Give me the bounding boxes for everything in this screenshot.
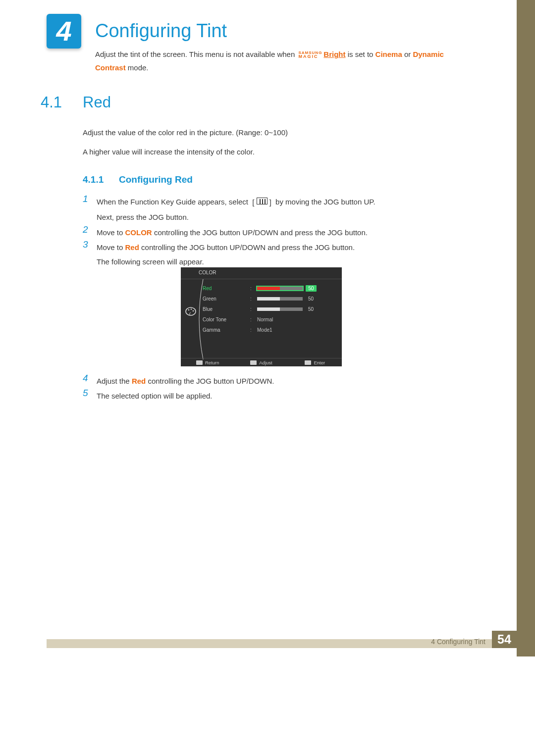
osd-row-red: Red : 50 <box>203 283 342 294</box>
palette-icon <box>185 307 196 318</box>
osd-tone-label: Color Tone <box>203 317 250 322</box>
step-3-number: 3 <box>83 239 88 250</box>
red-keyword-2: Red <box>132 377 146 385</box>
section-para-2: A higher value will increase the intensi… <box>83 146 449 158</box>
step-1-b: by moving the JOG button UP. <box>275 198 375 206</box>
step-2-number: 2 <box>83 224 88 235</box>
osd-row-green: Green : 50 <box>203 294 342 304</box>
intro-text-pre: Adjust the tint of the screen. This menu… <box>95 50 297 58</box>
step-3-a: Move to <box>97 243 125 252</box>
chapter-number-badge: 4 <box>47 14 81 49</box>
page-number: 54 <box>492 631 517 648</box>
step-1-text: When the Function Key Guide appears, sel… <box>97 195 453 224</box>
osd-enter: Enter <box>314 360 325 365</box>
osd-title: COLOR <box>181 267 342 279</box>
footer-text: 4 Configuring Tint <box>431 638 485 646</box>
osd-row-color-tone: Color Tone : Normal <box>203 314 342 325</box>
osd-blue-value: 50 <box>303 306 317 312</box>
return-icon <box>196 360 203 365</box>
svg-point-1 <box>188 309 190 311</box>
step-4-b: controlling the JOG button UP/DOWN. <box>148 377 274 385</box>
osd-red-label: Red <box>203 286 250 291</box>
svg-point-3 <box>193 310 194 312</box>
adjust-icon <box>250 360 257 365</box>
osd-green-value: 50 <box>303 296 317 302</box>
step-5-text: The selected option will be applied. <box>97 389 453 403</box>
subsection-title: Configuring Red <box>119 174 193 185</box>
osd-gamma-value: Mode1 <box>257 327 272 333</box>
menu-icon: [ ] <box>252 195 271 209</box>
osd-row-blue: Blue : 50 <box>203 304 342 314</box>
osd-row-gamma: Gamma : Mode1 <box>203 325 342 335</box>
step-1-number: 1 <box>83 194 88 204</box>
subsection-number: 4.1.1 <box>83 174 104 185</box>
osd-body: Red : 50 Green : 50 Blue : 50 Color Tone… <box>181 279 342 359</box>
step-5-number: 5 <box>83 388 88 399</box>
section-number: 4.1 <box>41 94 62 111</box>
step-2-a: Move to <box>97 228 125 237</box>
chapter-title: Configuring Tint <box>95 20 227 42</box>
step-3-c: The following screen will appear. <box>97 257 204 266</box>
osd-curve-line <box>197 279 207 359</box>
osd-red-slider <box>257 287 303 290</box>
step-1-a: When the Function Key Guide appears, sel… <box>97 198 250 206</box>
intro-text-or: or <box>404 50 413 58</box>
red-keyword-1: Red <box>125 243 139 252</box>
cinema-keyword: Cinema <box>375 50 402 58</box>
svg-point-2 <box>191 308 192 310</box>
section-title: Red <box>83 94 111 111</box>
intro-text-mid: is set to <box>348 50 375 58</box>
section-para-1: Adjust the value of the color red in the… <box>83 126 449 139</box>
intro-text-post: mode. <box>128 63 149 72</box>
color-keyword: COLOR <box>125 228 152 237</box>
osd-green-label: Green <box>203 296 250 302</box>
step-1-c: Next, press the JOG button. <box>97 213 189 221</box>
osd-footer: Return Adjust Enter <box>181 358 342 366</box>
osd-blue-slider <box>257 307 303 311</box>
osd-adjust: Adjust <box>259 360 272 365</box>
osd-red-value: 50 <box>306 285 317 292</box>
osd-screenshot: COLOR Red : 50 Green : 50 B <box>181 267 342 366</box>
osd-return: Return <box>205 360 219 365</box>
samsung-magic-logo: SAMSUNG MAGIC <box>298 51 322 59</box>
step-2-b: controlling the JOG button UP/DOWN and p… <box>154 228 368 237</box>
bright-keyword: Bright <box>323 50 345 58</box>
magic-text: MAGIC <box>298 54 322 59</box>
step-3-text: Move to Red controlling the JOG button U… <box>97 240 453 269</box>
step-3-b: controlling the JOG button UP/DOWN and p… <box>141 243 355 252</box>
osd-blue-label: Blue <box>203 306 250 312</box>
step-4-number: 4 <box>83 373 88 384</box>
side-accent-bar <box>517 0 535 656</box>
osd-green-slider <box>257 297 303 301</box>
step-4-text: Adjust the Red controlling the JOG butto… <box>97 374 453 388</box>
osd-tone-value: Normal <box>257 317 273 322</box>
svg-point-0 <box>186 307 196 315</box>
step-4-a: Adjust the <box>97 377 132 385</box>
enter-icon <box>305 360 311 365</box>
intro-paragraph: Adjust the tint of the screen. This menu… <box>95 48 452 74</box>
step-2-text: Move to COLOR controlling the JOG button… <box>97 225 453 240</box>
osd-gamma-label: Gamma <box>203 327 250 333</box>
